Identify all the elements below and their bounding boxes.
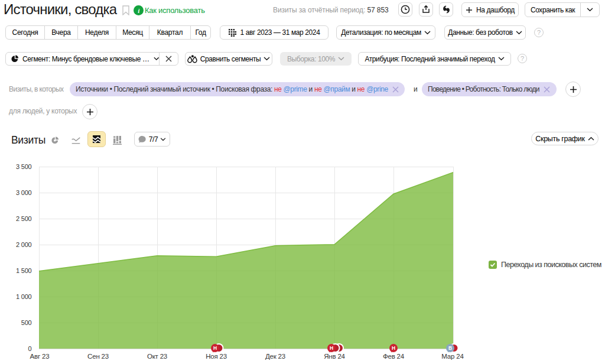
svg-text:3 500: 3 500 <box>16 163 32 170</box>
svg-text:В: В <box>448 345 452 351</box>
svg-text:Н: Н <box>213 345 217 351</box>
svg-text:Ноя 23: Ноя 23 <box>206 353 227 360</box>
svg-text:Янв 24: Янв 24 <box>324 353 345 360</box>
svg-text:Н: Н <box>392 345 395 351</box>
svg-text:2 500: 2 500 <box>16 215 32 222</box>
svg-text:0: 0 <box>28 345 32 352</box>
svg-text:2 000: 2 000 <box>16 241 32 248</box>
svg-text:Фев 24: Фев 24 <box>383 353 405 360</box>
svg-text:1 500: 1 500 <box>16 267 32 274</box>
svg-text:Авг 23: Авг 23 <box>30 353 50 360</box>
svg-text:Н: Н <box>330 345 333 351</box>
svg-text:Окт 23: Окт 23 <box>147 353 167 360</box>
svg-text:Мар 24: Мар 24 <box>441 353 464 360</box>
svg-text:3 000: 3 000 <box>16 189 32 196</box>
svg-text:Сен 23: Сен 23 <box>87 353 109 360</box>
svg-text:500: 500 <box>21 319 32 326</box>
svg-text:Дек 23: Дек 23 <box>265 353 285 360</box>
svg-text:1 000: 1 000 <box>16 293 32 300</box>
